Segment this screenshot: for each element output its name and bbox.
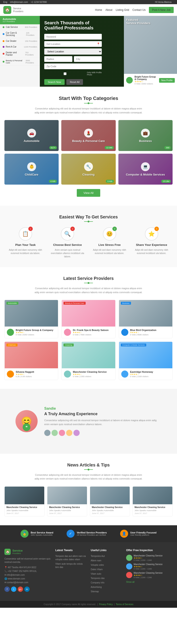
cat-card-computer[interactable]: 💻 Computer & Mobile Services 13 Like <box>118 154 172 184</box>
keyword-input[interactable] <box>44 34 102 40</box>
user-link[interactable]: Hi! Anna-Mareva <box>155 1 171 3</box>
step-desc: Adipt elit sed diam nonummy nibh euismod… <box>8 248 43 255</box>
news-card-4[interactable]: Manchester Cleaning Service John Speaks … <box>132 486 172 516</box>
cat-card-automobile[interactable]: 🚗 Automobile 617+ <box>5 120 59 151</box>
fr-reviews: 0 Vote | 1266→1346 <box>134 559 163 561</box>
categories-section: Start With Top Categories Consectetur ad… <box>0 87 177 206</box>
step-icon-wrap: 😊 3 <box>103 227 116 240</box>
googleplus-icon[interactable]: g+ <box>18 586 23 592</box>
provider-card-3[interactable]: Business Blue Bird Organization ★★★★☆ 0 … <box>119 300 172 338</box>
provider-card-2[interactable]: Beauty & Personal Care Dr. Frank Spa & B… <box>62 300 115 338</box>
step-title: Choose Best Service <box>50 243 85 246</box>
phone-link[interactable]: +1 1234 567890 <box>31 1 47 3</box>
footer-link[interactable]: Company info <box>91 581 122 584</box>
photo-checkbox[interactable] <box>44 72 86 75</box>
cat-card-cleaning[interactable]: 🔧 Cleaning 3 Ads <box>61 154 115 184</box>
news-card-1[interactable]: Manchester Cleaning Service John Speaks … <box>5 486 45 516</box>
step-number: 1 <box>28 226 33 231</box>
testimonial-title: A Truly Amazing Experience <box>44 412 161 416</box>
testimonial-avatar-4 <box>66 430 72 436</box>
location-icon: 📍 <box>97 42 100 46</box>
nav-home[interactable]: Home <box>95 8 102 12</box>
footer-link[interactable]: Vitam auto <box>91 572 122 576</box>
footer-link[interactable]: Advertising <box>91 586 122 589</box>
provider-reviews: 0 Vote | 7666 visitors <box>73 334 113 336</box>
cat-card-overlay: 💼 Business <box>118 120 172 151</box>
post-job-button[interactable]: Post A New Job <box>149 7 174 13</box>
step-desc: Adipt elit sed diam nonummy nibh euismod… <box>92 248 127 255</box>
provider-card-5[interactable]: Cleaning Manchester Cleaning Service ★★★… <box>62 342 115 380</box>
sidebar-item-label: Rent A Car <box>6 46 16 48</box>
provider-img: Computer & Mobile Services <box>119 342 172 368</box>
news-body: Manchester Cleaning Service John Speaks … <box>47 504 87 516</box>
news-img <box>133 486 172 504</box>
cat-card-childcare[interactable]: 👶 ChildCare 4 Ads <box>5 154 59 184</box>
city-input[interactable] <box>74 56 102 62</box>
hero-section: Automobile 217 Providers Cab Service 809… <box>0 16 177 87</box>
provider-avatar <box>7 370 14 378</box>
how-step-3: 😊 3 Live Stress Free Adipt elit sed diam… <box>92 227 127 258</box>
plan-icon: 📋 <box>22 231 29 237</box>
sidebar-item-denter[interactable]: Denter and Painter 753 Providers <box>0 50 40 58</box>
nav-contact[interactable]: Contact Us <box>132 8 146 12</box>
cat-badge: 13 Like <box>161 180 171 183</box>
sidebar-item-cardealer[interactable]: Car Dealer 156 Providers <box>0 38 40 44</box>
provider-avatar <box>7 329 14 336</box>
news-img <box>5 486 44 504</box>
facebook-icon[interactable]: f <box>5 586 10 592</box>
nav-about[interactable]: About <box>106 8 112 12</box>
terms-link[interactable]: Terms of Services <box>116 603 133 606</box>
footer-link[interactable]: Sitemap <box>91 590 122 593</box>
news-section: News Articles & Tips Consectetur adipisc… <box>0 454 177 525</box>
sidebar-item-cab[interactable]: Cab Service 809 Providers <box>0 24 40 30</box>
email-link[interactable]: info@domain.com <box>10 1 28 3</box>
footer-link[interactable]: Volupta voles <box>91 563 122 566</box>
award-item-2: ✓ Verified Service Providers All Service… <box>67 530 107 538</box>
footer-logo-icon: 🏠 <box>5 549 11 555</box>
award-item-1: 🏅 Best Service Award John Speaks Automob… <box>21 530 53 538</box>
new-profile-button[interactable]: New Profile <box>159 78 175 83</box>
footer-link[interactable]: Altem nam <box>91 559 122 562</box>
useful-links-title: Useful Links <box>91 549 122 552</box>
footer-link[interactable]: Tempores das <box>91 576 122 580</box>
cat-card-business[interactable]: 💼 Business 369 <box>118 120 172 151</box>
sidebar-item-rentcar[interactable]: Rent A Car 1100 Providers <box>0 44 40 50</box>
footer-social: f t g+ in <box>5 586 51 592</box>
nav-listing[interactable]: Listing Grid <box>116 8 129 12</box>
cat-icon: 💄 <box>84 129 93 138</box>
cat-card-beauty[interactable]: 💄 Beauty & Personal Care 13 386 <box>61 120 115 151</box>
view-all-button[interactable]: View All <box>77 189 100 197</box>
footer-link[interactable]: Tempories Aut <box>91 554 122 558</box>
sidebar-item-carcare[interactable]: Car Care & Servicing 225 Providers <box>0 30 40 38</box>
cat-name: Computer & Mobile Services <box>126 173 165 176</box>
footer-link[interactable]: Dales Vitam <box>91 568 122 571</box>
show-all-link[interactable]: Show all <box>126 580 172 584</box>
location-input[interactable] <box>44 41 102 47</box>
provider-details: Bright Future Group & Company ★★★★☆ 0 Vo… <box>16 329 56 336</box>
news-card-3[interactable]: Manchester Cleaning Service John Speaks … <box>90 486 130 516</box>
privacy-link[interactable]: Privacy Policy <box>99 603 113 606</box>
latest-desc: Consectetur adipiscing elit sed do eiusm… <box>33 286 144 294</box>
search-button[interactable]: Search Now <box>44 79 65 85</box>
reset-button[interactable]: Reset All <box>66 79 83 85</box>
provider-card-1[interactable]: Automobile Bright Future Group & Company… <box>5 300 58 338</box>
provider-card-6[interactable]: Computer & Mobile Services Eastridge Hom… <box>119 342 172 380</box>
sidebar-item-beauty[interactable]: Beauty & Personal Care 3065 Providers <box>0 58 40 66</box>
fr-stars: ★★★★☆ <box>134 557 163 559</box>
linkedin-icon[interactable]: in <box>24 586 30 592</box>
location-select[interactable]: Select Location <box>44 48 102 54</box>
news-img <box>47 486 87 504</box>
cat-badge: 13 386 <box>105 146 114 149</box>
cat-name: ChildCare <box>25 173 38 176</box>
radius-input[interactable] <box>44 56 72 62</box>
zip-input[interactable] <box>44 64 102 69</box>
featured-reviews: 0 Vote | 5350 visitors <box>134 83 157 85</box>
news-card-2[interactable]: Manchester Cleaning Service John Speaks … <box>47 486 87 516</box>
twitter-icon[interactable]: t <box>11 586 16 592</box>
news-meta: John Speaks Automobile <box>92 509 128 512</box>
provider-card-4[interactable]: ChildCare Silvana Haggott ★★★★☆ 0.2k | 0… <box>5 342 58 380</box>
lang-selector[interactable]: Eng <box>3 1 7 3</box>
how-section: Easiest Way To Get Services 📋 1 Plan You… <box>0 206 177 267</box>
provider-tag: Cleaning <box>64 344 74 346</box>
cat-badge: 3 Ads <box>106 180 114 183</box>
